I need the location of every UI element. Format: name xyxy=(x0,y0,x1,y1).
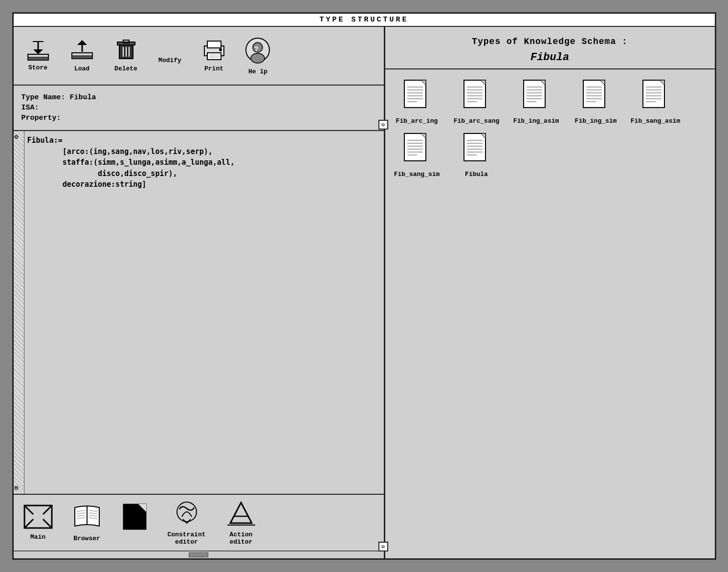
isa-label: ISA: xyxy=(22,104,39,112)
svg-rect-98 xyxy=(464,133,485,161)
print-button[interactable]: Print xyxy=(199,39,229,72)
svg-rect-82 xyxy=(643,80,664,108)
svg-rect-20 xyxy=(207,41,221,48)
top-toolbar: Store Load xyxy=(14,27,384,86)
svg-line-32 xyxy=(43,506,52,514)
doc-icon-fib-sang-asim xyxy=(641,79,670,114)
scroll-indicator: ⊖ ⊖ xyxy=(14,131,24,494)
property-row: Property: xyxy=(22,114,376,122)
schema-label-fib-ing-asim: Fib_ing_asim xyxy=(513,117,559,125)
action-editor-icon xyxy=(225,500,257,529)
schema-label-fib-sang-sim: Fib_sang_sim xyxy=(394,171,440,178)
property-label: Property: xyxy=(22,114,61,122)
load-icon xyxy=(70,39,94,63)
svg-rect-58 xyxy=(464,80,485,108)
svg-line-33 xyxy=(24,519,33,528)
horizontal-scrollbar[interactable] xyxy=(14,550,384,558)
schema-item-fib-sang-asim[interactable]: Fib_sang_asim xyxy=(629,79,683,125)
svg-rect-66 xyxy=(524,80,545,108)
bottom-toolbar: Main xyxy=(14,495,384,550)
doc-icon-fib-arc-sang xyxy=(462,79,491,114)
svg-marker-8 xyxy=(77,40,87,45)
action-editor-button[interactable]: Action editor xyxy=(225,500,257,546)
code-content: Fibula:= [arco:(ing,sang,nav,los,riv,ser… xyxy=(27,135,380,190)
unnamed-icon xyxy=(121,502,148,534)
modify-label: Modify xyxy=(158,57,181,64)
delete-label: Delete xyxy=(114,65,137,72)
schema-item-fib-arc-ing[interactable]: Fib_arc_ing xyxy=(390,79,444,125)
schema-label-fib-ing-sim: Fib_ing_sim xyxy=(575,117,617,125)
svg-marker-47 xyxy=(230,503,252,523)
schema-item-fib-sang-sim[interactable]: Fib_sang_sim xyxy=(390,132,444,178)
type-info-section: Type Name: Fibula ISA: Property: xyxy=(14,86,384,131)
svg-marker-3 xyxy=(33,49,43,54)
main-window: TYPE STRUCTURE xyxy=(12,12,716,560)
schema-item-fib-arc-sang[interactable]: Fib_arc_sang xyxy=(450,79,504,125)
right-panel: ⊖ ⊖ Types of Knowledge Schema : Fibula xyxy=(385,27,715,558)
delete-button[interactable]: Delete xyxy=(111,39,141,72)
store-icon xyxy=(26,41,50,62)
browser-label: Browser xyxy=(73,535,100,542)
print-label: Print xyxy=(204,65,223,72)
right-panel-header: Types of Knowledge Schema : Fibula xyxy=(385,27,715,69)
svg-point-25 xyxy=(219,48,222,51)
svg-point-28 xyxy=(251,53,265,63)
main-icon xyxy=(23,505,53,531)
main-content: Store Load xyxy=(14,27,715,558)
svg-line-34 xyxy=(43,519,52,528)
main-label: Main xyxy=(30,533,45,541)
help-label: He lp xyxy=(248,68,267,75)
schema-label-fib-arc-ing: Fib_arc_ing xyxy=(396,117,438,125)
type-name-value: Fibula xyxy=(70,93,96,102)
svg-line-31 xyxy=(24,506,33,514)
modify-button[interactable]: MODIFY Modify xyxy=(155,47,185,65)
scrollbar-thumb[interactable] xyxy=(189,552,208,557)
print-icon xyxy=(202,39,226,63)
svg-rect-1 xyxy=(28,57,48,60)
doc-icon-fib-ing-asim xyxy=(522,79,551,114)
help-button[interactable]: ? He lp xyxy=(243,37,273,75)
schema-label-fib-arc-sang: Fib_arc_sang xyxy=(454,117,500,125)
schema-label-fib-sang-asim: Fib_sang_asim xyxy=(631,117,680,125)
unnamed-button[interactable] xyxy=(121,502,148,543)
code-area[interactable]: ⊖ ⊖ Fibula:= [arco:(ing,sang,nav,los,riv… xyxy=(14,131,384,495)
load-label: Load xyxy=(74,65,89,72)
doc-icon-fib-ing-sim xyxy=(581,79,611,114)
help-icon: ? xyxy=(244,37,271,66)
store-label: Store xyxy=(28,64,47,71)
unnamed-label xyxy=(132,536,136,543)
svg-text:?: ? xyxy=(254,45,258,53)
load-button[interactable]: Load xyxy=(67,39,97,72)
browser-icon xyxy=(72,504,102,533)
browser-button[interactable]: Browser xyxy=(72,504,102,542)
store-button[interactable]: Store xyxy=(23,41,53,71)
window-title: TYPE STRUCTURE xyxy=(319,16,408,24)
schema-item-fibula[interactable]: Fibula xyxy=(450,132,504,178)
scroll-top-marker: ⊖ xyxy=(15,133,19,141)
svg-rect-74 xyxy=(583,80,605,108)
svg-rect-50 xyxy=(404,80,426,108)
schema-item-fib-ing-asim[interactable]: Fib_ing_asim xyxy=(509,79,563,125)
schema-item-fib-ing-sim[interactable]: Fib_ing_sim xyxy=(569,79,623,125)
type-name-row: Type Name: Fibula xyxy=(22,93,376,102)
constraint-editor-label: Constraint editor xyxy=(168,531,206,546)
constraint-editor-button[interactable]: Constraint editor xyxy=(168,500,206,546)
divider-bottom-button[interactable]: ⊖ xyxy=(378,542,388,551)
main-button[interactable]: Main xyxy=(23,505,53,541)
svg-rect-90 xyxy=(404,133,426,161)
doc-icon-fib-sang-sim xyxy=(402,132,432,168)
schema-header-value: Fibula xyxy=(390,51,710,64)
doc-icon-fibula xyxy=(462,132,491,168)
svg-rect-6 xyxy=(72,56,92,59)
delete-icon xyxy=(116,39,136,63)
schema-label-fibula: Fibula xyxy=(465,171,488,178)
constraint-editor-icon xyxy=(172,500,201,529)
title-bar: TYPE STRUCTURE xyxy=(14,14,715,27)
schema-grid: Fib_arc_ing xyxy=(385,69,715,188)
type-name-label: Type Name: xyxy=(22,93,66,102)
left-panel: Store Load xyxy=(14,27,385,558)
divider-button[interactable]: ⊖ xyxy=(378,120,388,130)
doc-icon-fib-arc-ing xyxy=(402,79,432,114)
scroll-bottom-marker: ⊖ xyxy=(15,484,19,492)
schema-header-title: Types of Knowledge Schema : xyxy=(390,37,710,46)
